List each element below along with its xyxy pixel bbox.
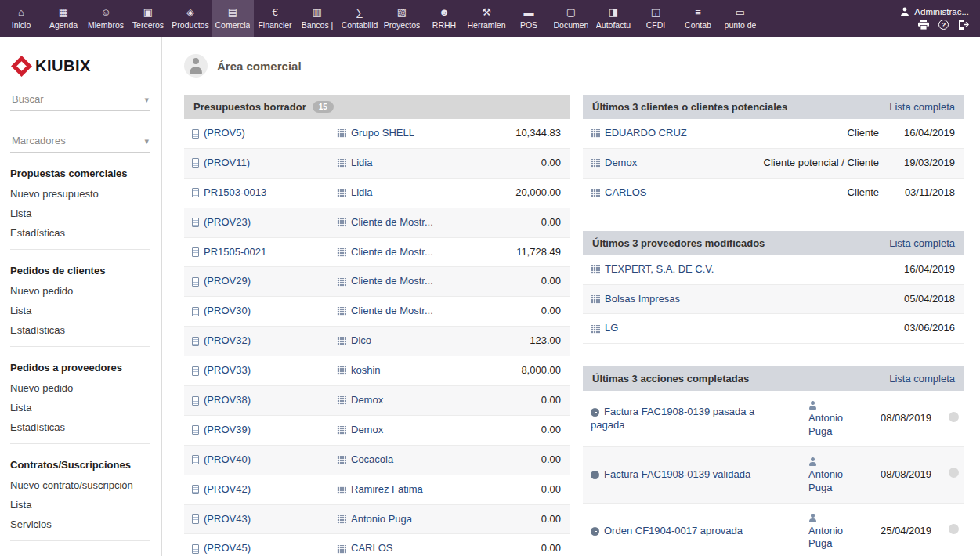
nav-documentos[interactable]: ▢ Documen (550, 0, 592, 37)
nav-contab[interactable]: ≡ Contab (677, 0, 719, 37)
company-link[interactable]: Dico (351, 334, 371, 346)
company-link[interactable]: Antonio Puga (351, 513, 412, 525)
nav-pos[interactable]: ▬ POS (508, 0, 550, 37)
company-link[interactable]: Ramirez Fatima (351, 483, 423, 495)
proposal-ref-link[interactable]: (PROV42) (204, 483, 251, 495)
table-row: TEXPERT, S.A. DE C.V. 16/04/2019 (583, 255, 964, 284)
sidebar-item-lista-pedidos-proveedores[interactable]: Lista (10, 398, 150, 417)
search-dropdown[interactable]: Buscar (10, 90, 150, 111)
home-icon: ⌂ (18, 7, 24, 18)
sidebar-item-lista-presupuestos[interactable]: Lista (10, 204, 150, 223)
company-icon (337, 278, 346, 287)
supplier-link[interactable]: TEXPERT, S.A. DE C.V. (605, 263, 714, 275)
proposal-ref-link[interactable]: (PROV23) (204, 216, 251, 228)
action-link[interactable]: Factura FAC1908-0139 pasada a pagada (591, 406, 754, 431)
table-row: (PROV43) Antonio Puga 0.00 (184, 504, 570, 534)
nav-terceros[interactable]: ▣ Terceros (127, 0, 169, 37)
action-user-link[interactable]: Antonio Puga (808, 412, 843, 437)
nav-miembros[interactable]: ☺ Miembros (85, 0, 127, 37)
nav-label: Autofactu (596, 20, 631, 30)
lista-completa-link[interactable]: Lista completa (889, 373, 955, 385)
proposal-ref-link[interactable]: (PROV29) (204, 275, 251, 287)
nav-autofactura[interactable]: ◨ Autofactu (592, 0, 635, 37)
proposal-icon (192, 514, 199, 524)
pos-terminal-icon: ▭ (736, 7, 745, 18)
lista-completa-link[interactable]: Lista completa (889, 101, 955, 113)
company-link[interactable]: Cliente de Mostr... (351, 246, 433, 258)
bookmarks-dropdown[interactable]: Marcadores (10, 132, 150, 153)
proposal-ref-link[interactable]: (PROV45) (204, 542, 251, 554)
sidebar-item-estadisticas-presupuestos[interactable]: Estadísticas (10, 223, 150, 243)
client-link[interactable]: Demox (605, 157, 637, 168)
proposal-ref-link[interactable]: (PROV33) (204, 364, 251, 376)
company-link[interactable]: Cliente de Mostr... (351, 305, 433, 316)
table-title: Últimas 3 acciones completadas (592, 373, 749, 385)
proposal-ref-link[interactable]: (PROV32) (204, 334, 251, 346)
sidebar-item-servicios[interactable]: Servicios (10, 514, 150, 534)
nav-productos[interactable]: ◈ Productos (169, 0, 212, 37)
logout-icon[interactable] (958, 20, 969, 30)
proposal-ref-link[interactable]: PR1503-0013 (204, 186, 266, 198)
proposal-ref-link[interactable]: (PROV5) (204, 127, 245, 139)
lista-completa-link[interactable]: Lista completa (889, 237, 955, 249)
proposal-ref-link[interactable]: PR1505-0021 (204, 246, 266, 258)
nav-bancos[interactable]: ▥ Bancos | (296, 0, 338, 37)
company-link[interactable]: CARLOS (351, 542, 392, 554)
sidebar-item-nuevo-presupuesto[interactable]: Nuevo presupuesto (10, 184, 150, 204)
action-link[interactable]: Orden CF1904-0017 aprovada (604, 525, 743, 536)
company-link[interactable]: Grupo SHELL (351, 127, 414, 139)
proposal-ref-link[interactable]: (PROV43) (204, 513, 251, 525)
nav-financiera[interactable]: € Financier (254, 0, 296, 37)
user-menu[interactable]: Administrac... (900, 7, 969, 16)
user-icon (808, 514, 817, 522)
finance-icon: € (272, 7, 277, 18)
company-icon (591, 159, 600, 168)
company-link[interactable]: koshin (351, 364, 381, 376)
supplier-link[interactable]: Bolsas Impresas (605, 293, 680, 305)
print-icon[interactable] (918, 20, 929, 30)
company-link[interactable]: Demox (351, 394, 383, 406)
kiubix-logo-text: KIUBIX (35, 57, 91, 75)
sidebar-item-estadisticas-pedidos-clientes[interactable]: Estadísticas (10, 320, 150, 340)
proposal-ref-link[interactable]: (PROV38) (204, 394, 251, 406)
company-link[interactable]: Lidia (351, 186, 372, 198)
nav-contabilidad[interactable]: ∑ Contabilid (338, 0, 381, 37)
company-icon (337, 248, 346, 257)
nav-punto-de-venta[interactable]: ▭ punto de (719, 0, 761, 37)
nav-agenda[interactable]: ▦ Agenda (42, 0, 85, 37)
nav-proyectos[interactable]: ▧ Proyectos (381, 0, 423, 37)
projects-icon: ▧ (397, 7, 407, 18)
help-icon[interactable]: ? (938, 20, 949, 30)
sidebar-item-nuevo-contrato[interactable]: Nuevo contrato/suscripción (10, 475, 150, 495)
sidebar-item-nuevo-pedido-proveedor[interactable]: Nuevo pedido (10, 378, 150, 398)
action-user-link[interactable]: Antonio Puga (808, 468, 843, 493)
company-link[interactable]: Cliente de Mostr... (351, 216, 433, 228)
nav-rrhh[interactable]: ☻ RRHH (423, 0, 465, 37)
supplier-link[interactable]: LG (605, 322, 618, 334)
nav-inicio[interactable]: ⌂ Inicio (0, 0, 42, 37)
company-link[interactable]: Demox (351, 424, 383, 435)
company-link[interactable]: Cocacola (351, 453, 393, 465)
sidebar-item-nuevo-pedido-cliente[interactable]: Nuevo pedido (10, 281, 150, 301)
sidebar-item-lista-contratos[interactable]: Lista (10, 495, 150, 514)
action-link[interactable]: Factura FAC1908-0139 validada (604, 468, 750, 480)
proposal-ref-link[interactable]: (PROV39) (204, 424, 251, 435)
nav-cfdi[interactable]: ◲ CFDI (635, 0, 677, 37)
company-icon (337, 366, 346, 375)
action-user-link[interactable]: Antonio Puga (808, 525, 843, 550)
kiubix-logo[interactable]: KIUBIX (0, 54, 161, 78)
proposal-ref-link[interactable]: (PROV40) (204, 453, 251, 465)
table-row: (PROV29) Cliente de Mostr... 0.00 (184, 267, 570, 297)
proposal-ref-link[interactable]: (PROV11) (204, 157, 250, 168)
topbar-quick-icons: ? (918, 20, 969, 30)
nav-comercial[interactable]: ▤ Comercia (212, 0, 254, 37)
nav-label: Documen (554, 20, 589, 30)
proposal-ref-link[interactable]: (PROV30) (204, 305, 251, 316)
company-link[interactable]: Lidia (351, 157, 372, 168)
company-link[interactable]: Cliente de Mostr... (351, 275, 433, 287)
client-link[interactable]: CARLOS (605, 186, 646, 198)
sidebar-item-lista-pedidos-clientes[interactable]: Lista (10, 301, 150, 320)
sidebar-item-estadisticas-pedidos-proveedores[interactable]: Estadísticas (10, 417, 150, 437)
nav-herramientas[interactable]: ⚒ Herramien (465, 0, 508, 37)
client-link[interactable]: EDUARDO CRUZ (605, 127, 687, 139)
